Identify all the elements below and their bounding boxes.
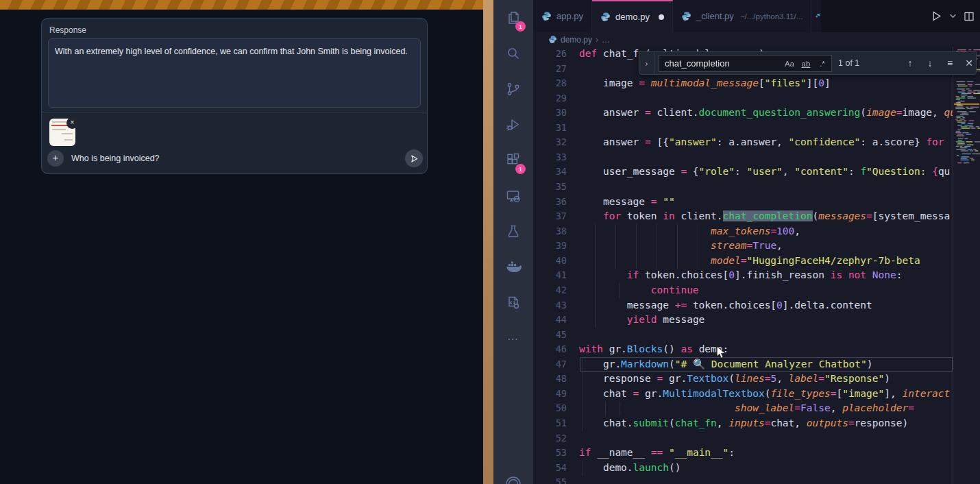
find-input-box[interactable]: chat_completion Aa ab .* — [659, 55, 832, 72]
code-line[interactable]: 30 answer = client.document_question_ans… — [533, 106, 953, 121]
code-text: model="HuggingFaceH4/zephyr-7b-beta — [579, 254, 920, 269]
find-previous-button[interactable]: ↑ — [903, 56, 917, 70]
code-line[interactable]: 50 show_label=False, placeholder= — [533, 401, 953, 416]
line-number: 47 — [533, 357, 567, 372]
code-text: answer = [{"answer": a.answer, "confiden… — [579, 135, 944, 150]
breadcrumb-more[interactable]: … — [602, 35, 610, 45]
code-text: if token.choices[0].finish_reason is not… — [579, 268, 902, 283]
extensions-icon[interactable]: 1 — [493, 143, 533, 178]
snippets-icon[interactable] — [493, 285, 533, 321]
line-number: 43 — [533, 298, 567, 313]
tab-bar: app.py demo.py _client.py ~/.../python3.… — [533, 0, 980, 32]
code-text: if __name__ == "__main__": — [579, 446, 735, 461]
run-debug-icon[interactable] — [493, 107, 533, 143]
tab-overflow-sliver[interactable] — [811, 0, 821, 32]
find-close-button[interactable]: ✕ — [962, 56, 976, 70]
tab-app-py[interactable]: app.py — [533, 0, 592, 32]
code-text: max_tokens=100, — [579, 224, 800, 239]
code-line[interactable]: 39 stream=True, — [533, 239, 953, 254]
docker-icon[interactable] — [493, 250, 533, 285]
source-control-icon[interactable] — [493, 71, 533, 107]
remote-explorer-icon[interactable] — [493, 178, 533, 214]
breadcrumb[interactable]: demo.py › … — [533, 32, 980, 47]
code-editor[interactable]: 26def chat_fn(multimodal_message):2728 i… — [533, 47, 980, 484]
run-dropdown-chevron-icon[interactable] — [949, 12, 957, 20]
desktop-wallpaper-strip — [483, 0, 493, 484]
more-actions-icon[interactable]: ⋯ — [493, 321, 533, 356]
line-number: 48 — [533, 372, 567, 387]
breadcrumb-separator: › — [596, 35, 598, 45]
remove-attachment-button[interactable]: × — [66, 117, 78, 129]
code-line[interactable]: 37 for token in client.chat_completion(m… — [533, 209, 953, 224]
code-line[interactable]: 38 max_tokens=100, — [533, 224, 953, 239]
code-line[interactable]: 43 message += token.choices[0].delta.con… — [533, 298, 953, 313]
regex-toggle[interactable]: .* — [815, 57, 830, 71]
send-icon — [410, 154, 419, 163]
code-line[interactable]: 51 chat.submit(chat_fn, inputs=chat, out… — [533, 416, 953, 431]
tab-label: app.py — [556, 11, 583, 21]
code-line[interactable]: 47 gr.Markdown("# 🔍 Document Analyzer Ch… — [533, 357, 953, 372]
line-number: 26 — [533, 47, 567, 62]
testing-icon[interactable] — [493, 214, 533, 250]
match-case-toggle[interactable]: Aa — [782, 57, 797, 71]
code-line[interactable]: 36 message = "" — [533, 195, 953, 210]
tab-demo-py[interactable]: demo.py — [592, 0, 673, 32]
code-line[interactable]: 40 model="HuggingFaceH4/zephyr-7b-beta — [533, 254, 953, 269]
response-textarea[interactable]: With an extremely high level of confiden… — [48, 38, 421, 108]
modified-dot-icon[interactable] — [659, 14, 664, 20]
loading-progress-bar — [0, 0, 483, 10]
code-line[interactable]: 53if __name__ == "__main__": — [533, 446, 953, 461]
code-line[interactable]: 42 continue — [533, 283, 953, 298]
search-icon[interactable] — [493, 36, 533, 71]
code-line[interactable]: 48 response = gr.Textbox(lines=5, label=… — [533, 372, 953, 387]
vscode-window: 1 1 — [493, 0, 980, 484]
account-icon[interactable] — [493, 466, 533, 484]
explorer-badge: 1 — [515, 21, 526, 32]
breadcrumb-file[interactable]: demo.py — [561, 35, 592, 45]
line-number: 28 — [533, 76, 567, 91]
line-number: 55 — [533, 475, 567, 484]
gradio-panel: Response With an extremely high level of… — [41, 18, 428, 174]
code-line[interactable]: 52 — [533, 431, 953, 446]
chat-message-input[interactable]: Who is being invoiced? — [71, 154, 160, 163]
run-file-icon[interactable] — [931, 10, 942, 22]
code-line[interactable]: 28 image = multimodal_message["files"][0… — [533, 76, 953, 91]
split-editor-icon[interactable] — [964, 11, 975, 22]
code-line[interactable]: 29 — [533, 91, 953, 106]
code-line[interactable]: 55 — [533, 475, 953, 484]
code-line[interactable]: 34 user_message = {"role": "user", "cont… — [533, 165, 953, 180]
code-line[interactable]: 45 — [533, 328, 953, 343]
line-number: 31 — [533, 121, 567, 136]
add-file-button[interactable]: + — [47, 150, 64, 167]
line-number: 54 — [533, 461, 567, 476]
line-number: 29 — [533, 91, 567, 106]
explorer-icon[interactable]: 1 — [493, 0, 533, 36]
code-line[interactable]: 31 — [533, 121, 953, 136]
code-line[interactable]: 44 yield message — [533, 313, 953, 328]
code-text: chat.submit(chat_fn, inputs=chat, output… — [579, 416, 908, 431]
send-button[interactable] — [405, 149, 423, 167]
code-text: yield message — [579, 313, 705, 328]
code-line[interactable]: 49 chat = gr.MultimodalTextbox(file_type… — [533, 387, 953, 402]
whole-word-toggle[interactable]: ab — [798, 57, 813, 71]
minimap[interactable] — [953, 47, 980, 484]
code-line[interactable]: 46with gr.Blocks() as demo: — [533, 342, 953, 357]
tab-client-py[interactable]: _client.py ~/.../python3.11/... — [673, 0, 811, 32]
find-next-button[interactable]: ↓ — [923, 56, 937, 70]
line-number: 35 — [533, 180, 567, 195]
code-text: message = "" — [579, 195, 675, 210]
code-line[interactable]: 41 if token.choices[0].finish_reason is … — [533, 268, 953, 283]
line-number: 46 — [533, 342, 567, 357]
code-line[interactable]: 33 — [533, 150, 953, 165]
find-query-text[interactable]: chat_completion — [659, 58, 782, 69]
line-number: 30 — [533, 106, 567, 121]
toggle-replace-chevron-icon[interactable]: › — [639, 52, 654, 74]
find-in-selection-button[interactable]: ≡ — [943, 56, 957, 70]
code-line[interactable]: 35 — [533, 180, 953, 195]
code-line[interactable]: 32 answer = [{"answer": a.answer, "confi… — [533, 135, 953, 150]
line-number: 51 — [533, 416, 567, 431]
code-text: chat = gr.MultimodalTextbox(file_types=[… — [579, 387, 950, 402]
line-number: 32 — [533, 135, 567, 150]
code-line[interactable]: 54 demo.launch() — [533, 461, 953, 476]
line-number: 33 — [533, 150, 567, 165]
